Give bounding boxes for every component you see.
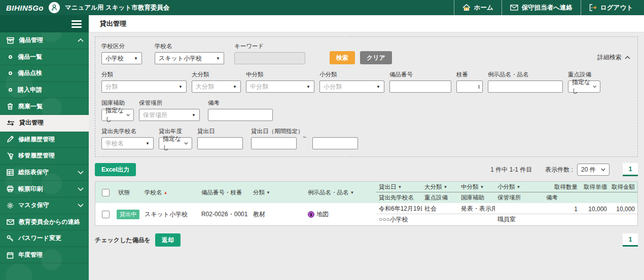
search-panel: 詳細検索 学校区分 小学校 ▼ 学校名 スキット小学校 ▼ (95, 36, 638, 157)
keyword-input[interactable] (234, 52, 305, 64)
dropdown-arrow-icon: ▼ (376, 85, 380, 89)
home-button[interactable]: ホーム (454, 0, 502, 15)
sidebar-item-kyoiku-renraku[interactable]: 教育委員会からの連絡 (0, 214, 89, 231)
sidebar-item-nendo-kanri[interactable]: 年度管理 (0, 247, 89, 264)
circle-bullet-icon (9, 71, 12, 75)
lend-school-select[interactable]: 学校名 ▼ (101, 137, 154, 149)
storage-location-select[interactable]: 保管場所 ▼ (139, 109, 200, 121)
logout-icon (589, 4, 597, 11)
sidebar-item-shuzen-rireki[interactable]: 修繕履歴管理 (0, 132, 89, 148)
sidebar-item-sokatsuhyo-hoshu[interactable]: 総括表保守 (0, 165, 89, 181)
sidebar-item-label: 帳票印刷 (18, 185, 73, 193)
sidebar-item-konyu-shinsei[interactable]: 購入申請 (0, 82, 89, 99)
chevron-down-icon (78, 187, 84, 191)
select-chevron-icon (601, 168, 605, 171)
category-label: 分類 (101, 71, 187, 78)
lend-school-label: 貸出先学校名 (101, 128, 154, 135)
table-row: 貸出中 スキット小学校 R02-0026・0001 教材 地図 令和6年12月1… (95, 203, 637, 225)
col-small-sort[interactable]: 小分類▼ (495, 182, 544, 192)
category-cell: 教材 (251, 204, 305, 224)
note-input[interactable] (208, 109, 273, 121)
row-checkbox[interactable] (102, 211, 110, 218)
circle-bullet-icon (9, 88, 12, 92)
small-category-select[interactable]: 小分類 ▼ (319, 81, 384, 93)
menu-icon[interactable] (71, 19, 82, 29)
per-page-label: 表示件数 : (545, 166, 573, 174)
col-name-sort[interactable]: 例示品名・品名▼ (305, 182, 376, 203)
calendar-icon (7, 252, 14, 259)
key-icon (7, 235, 14, 242)
dropdown-arrow-icon: ▼ (216, 56, 220, 61)
amount-cell: 10,000 (610, 204, 637, 214)
select-all-checkbox[interactable] (102, 189, 110, 196)
spinner-icon[interactable]: ▲▼ (477, 84, 481, 89)
logout-button[interactable]: ログアウト (581, 0, 641, 15)
logo-area: BIHIN5Go マニュアル用 スキット市教育委員会 (0, 2, 169, 13)
sidebar-item-ikan-rireki[interactable]: 移管履歴管理 (0, 148, 89, 165)
sidebar-item-password-henko[interactable]: パスワード変更 (0, 230, 89, 247)
search-button[interactable]: 検索 (330, 51, 355, 64)
sort-desc-icon: ▼ (480, 185, 484, 189)
contact-maintenance-button[interactable]: 保守担当者へ連絡 (502, 0, 581, 15)
select-chevron-icon (593, 85, 597, 88)
priority-equipment-select[interactable]: 指定なし (568, 81, 600, 93)
col-lend-date-sort[interactable]: 貸出日▼ (376, 182, 422, 192)
sidebar-item-master-hoshu[interactable]: マスタ保守 (0, 197, 89, 214)
school-name-select[interactable]: スキット小学校 ▼ (155, 52, 224, 64)
pagination-bottom-page-1[interactable]: 1 (623, 233, 638, 247)
item-photo-icon[interactable] (308, 211, 314, 218)
per-page-select[interactable]: 20 件 (577, 164, 610, 176)
lend-period-end-input[interactable] (312, 137, 358, 149)
item-name-label: 例示品名・品名 (488, 71, 563, 78)
storage-location-label: 保管場所 (139, 99, 200, 107)
category-select[interactable]: 分類 ▼ (101, 81, 187, 93)
gear-icon (7, 202, 14, 209)
school-type-select[interactable]: 小学校 ▼ (101, 52, 142, 64)
school-name-label: 学校名 (155, 43, 224, 50)
sidebar-item-bihin-kanri[interactable]: 備品管理 (0, 32, 89, 49)
sort-desc-icon: ▼ (350, 190, 354, 195)
item-name-input[interactable] (488, 81, 563, 93)
status-cell: 貸出中 (116, 204, 142, 224)
location-cell: 職員室 (495, 214, 544, 224)
advanced-search-toggle[interactable]: 詳細検索 (597, 53, 630, 62)
large-category-select[interactable]: 大分類 ▼ (192, 81, 241, 93)
name-cell: 地図 (305, 204, 376, 224)
advanced-search-label: 詳細検索 (597, 53, 622, 62)
col-qty: 取得数量 (544, 182, 580, 192)
item-number-input[interactable] (389, 81, 451, 93)
item-name-link[interactable]: 地図 (316, 210, 329, 219)
sidebar-item-label: 貸出管理 (19, 118, 84, 127)
subsidy-label: 国庫補助 (101, 99, 134, 107)
dropdown-arrow-icon: ▼ (306, 85, 310, 89)
lend-date-input[interactable] (197, 137, 243, 149)
clear-button[interactable]: クリア (360, 51, 392, 64)
col-middle-sort[interactable]: 中分類▼ (458, 182, 495, 192)
sidebar-menu: 備品管理 備品一覧 備品点検 購入申請 廃棄一覧 貸出管理 修繕履歴管理 (0, 32, 89, 263)
pagination-page-1[interactable]: 1 (623, 163, 638, 176)
sidebar-item-chohyo-insatsu[interactable]: 帳票印刷 (0, 181, 89, 197)
subsidy-select[interactable]: 指定なし (101, 109, 134, 121)
select-chevron-icon (184, 142, 188, 145)
archive-icon (7, 37, 14, 44)
sidebar-item-kashidashi-kanri[interactable]: 貸出管理 (0, 115, 89, 132)
sidebar-item-bihin-ichiran[interactable]: 備品一覧 (0, 49, 89, 66)
return-button[interactable]: 返却 (155, 233, 181, 247)
col-category-sort[interactable]: 分類▼ (251, 182, 305, 203)
middle-category-select[interactable]: 中分類 ▼ (246, 81, 314, 93)
select-chevron-icon (126, 113, 130, 116)
lend-period-start-input[interactable] (251, 137, 297, 149)
large-cell: 社会 (422, 204, 458, 214)
excel-export-button[interactable]: Excel出力 (95, 163, 136, 176)
sort-desc-icon: ▼ (266, 190, 270, 195)
sidebar-item-bihin-tenken[interactable]: 備品点検 (0, 65, 89, 82)
sidebar-item-label: マスタ保守 (18, 201, 73, 210)
lend-year-select[interactable]: 指定なし (159, 137, 192, 149)
col-large-sort[interactable]: 大分類▼ (422, 182, 458, 192)
results-table: 状態 学校名▲ 備品番号・枝番 分類▼ 例示品名・品名▼ 貸出日▼ 大分類▼ 中… (95, 181, 638, 226)
sidebar: 備品管理 備品一覧 備品点検 購入申請 廃棄一覧 貸出管理 修繕履歴管理 (0, 15, 89, 280)
col-school-sort[interactable]: 学校名▲ (142, 182, 199, 203)
pencil-icon (7, 136, 14, 143)
table-icon (7, 169, 14, 176)
sidebar-item-haiki-ichiran[interactable]: 廃棄一覧 (0, 98, 89, 115)
